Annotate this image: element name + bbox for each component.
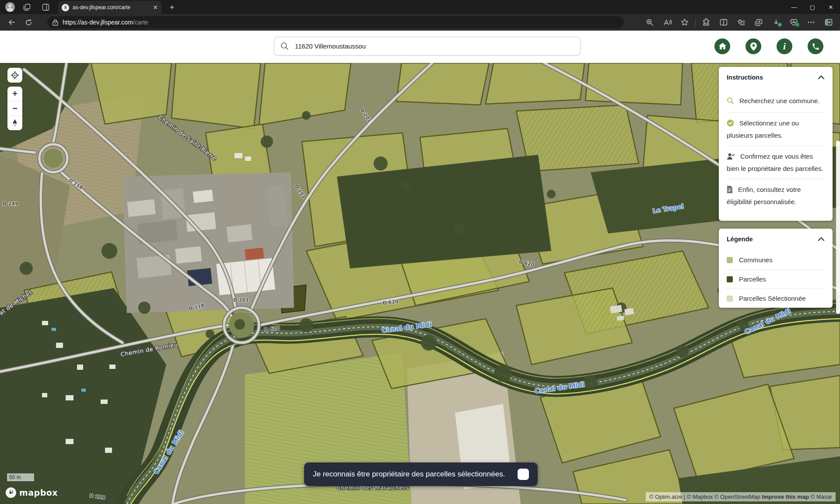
check-circle-icon [727,119,734,130]
instruction-step-1: Recherchez une commune. [727,90,825,112]
mapbox-logo[interactable]: mapbox [5,487,58,498]
contact-button[interactable] [808,38,823,54]
map-attribution[interactable]: © Optim.aize | © Mapbox © OpenStreetMap … [646,492,836,501]
zoom-page-icon[interactable] [642,16,658,28]
legend-item-communes: Communes [727,250,825,269]
zoom-out-button[interactable]: − [7,101,22,116]
toolbar-icons: ✓ [642,16,836,28]
tab-title: as-dev.jllspear.com/carte [73,4,150,10]
copilot-sidebar-icon[interactable] [821,16,836,28]
url-host: https://as-dev.jllspear.com [63,19,133,26]
legend-item-parcelles: Parcelles [727,270,825,288]
tab-close-icon[interactable]: ✕ [153,4,158,11]
profile-avatar[interactable] [5,2,15,12]
roundabout-south [224,308,259,343]
app-header [0,31,840,63]
consent-checkbox[interactable] [518,469,529,480]
commune-search[interactable] [274,37,581,56]
mapbox-icon [5,487,17,498]
back-button[interactable] [5,16,18,28]
mapbox-wordmark: mapbox [19,488,58,497]
essentials-badge [795,23,799,27]
favorites-list-icon[interactable] [733,16,749,28]
map-label-d249: D 249 [3,201,18,207]
instructions-title: Instructions [727,74,763,81]
read-aloud-icon[interactable] [659,16,675,28]
legend-title: Légende [727,236,753,243]
geolocate-icon [10,71,19,80]
parcelles-swatch [727,276,733,282]
window-close-button[interactable]: ✕ [822,0,840,14]
favorites-star-icon[interactable] [677,16,693,28]
instruction-step-1-text: Recherchez une commune. [739,97,819,104]
workspaces-icon[interactable] [21,0,33,14]
split-screen-icon[interactable] [716,16,732,28]
new-tab-button[interactable]: + [166,2,178,13]
instruction-step-4: Enfin, consultez votre éligibilité perso… [727,179,825,212]
info-icon: i [783,41,786,52]
browser-tab-bar: S as-dev.jllspear.com/carte ✕ + — ▢ ✕ [0,0,840,14]
collapse-chevron-icon[interactable] [818,75,825,80]
search-step-icon [727,97,734,108]
site-favicon: S [62,4,69,11]
home-icon [718,42,727,50]
download-complete-badge: ✓ [778,23,782,27]
home-button[interactable] [714,38,730,54]
legend-item-parcelles-selectionnee: Parcelles Sélectionnée [727,289,825,308]
legend-collapse-chevron-icon[interactable] [818,237,825,241]
toolbar-divider [695,18,696,26]
search-input[interactable] [294,42,574,50]
improve-map-link[interactable]: Improve this map [762,494,809,500]
phone-icon [812,42,820,51]
map-canvas[interactable]: Chemin de Saint-Pierre Chemin de Romieu … [0,63,840,504]
consent-text: Je reconnais être propriétaire des parce… [313,470,511,479]
instruction-step-2-text: Sélectionnez une ou plusieurs parcelles. [727,119,799,139]
map-art: Chemin de Saint-Pierre Chemin de Romieu … [0,63,840,504]
search-icon [280,42,289,50]
screen: S as-dev.jllspear.com/carte ✕ + — ▢ ✕ ht… [0,0,840,504]
instructions-panel: Instructions Recherchez une commune. Sél… [719,67,833,221]
extensions-icon[interactable] [698,16,714,28]
address-bar[interactable]: https://as-dev.jllspear.com/carte [47,16,624,28]
downloads-icon[interactable]: ✓ [768,16,784,28]
instruction-step-4-text: Enfin, consultez votre éligibilité perso… [727,186,801,205]
settings-more-icon[interactable] [803,16,819,28]
geolocate-button[interactable] [7,68,22,83]
parcelles-label: Parcelles [739,275,766,283]
parcelles-selectionnee-label: Parcelles Sélectionnée [739,295,806,302]
instruction-step-2: Sélectionnez une ou plusieurs parcelles. [727,113,825,146]
refresh-button[interactable] [22,16,35,28]
window-maximize-button[interactable]: ▢ [803,0,822,14]
map-label-d201-south: D 201 [233,297,249,303]
window-minimize-button[interactable]: — [785,0,803,14]
lock-icon [52,19,58,26]
legend-panel: Légende Communes Parcelles Parcelles Sél… [719,229,833,308]
page-scrollbar[interactable] [836,141,840,314]
zoom-in-button[interactable]: + [7,87,22,101]
window-controls: — ▢ ✕ [785,0,840,14]
zoom-control: + − [7,87,22,130]
compass-button[interactable] [7,115,22,130]
url-path: /carte [133,19,148,26]
browser-essentials-icon[interactable] [786,16,802,28]
person-check-icon [727,152,735,163]
instruction-step-3: Confirmez que vous êtes bien le propriét… [727,146,825,179]
parcelles-selectionnee-swatch [727,295,733,302]
map-button[interactable] [746,38,761,54]
compass-icon [12,119,18,128]
attribution-maxar: © Maxar [809,494,832,500]
instruction-step-3-text: Confirmez que vous êtes bien le propriét… [727,153,823,172]
tab-actions-icon[interactable] [39,0,52,14]
consent-bar: Je reconnais être propriétaire des parce… [304,462,538,486]
communes-label: Communes [739,256,773,264]
attribution-text: © Optim.aize | © Mapbox © OpenStreetMap [649,494,762,500]
location-pin-icon [750,42,757,51]
collections-icon[interactable] [751,16,766,28]
communes-swatch [727,257,733,263]
map-scale: 50 m [6,473,35,482]
info-button[interactable]: i [777,38,792,54]
browser-tab[interactable]: S as-dev.jllspear.com/carte ✕ [58,1,161,14]
url-text: https://as-dev.jllspear.com/carte [63,19,148,26]
document-icon [727,185,733,196]
